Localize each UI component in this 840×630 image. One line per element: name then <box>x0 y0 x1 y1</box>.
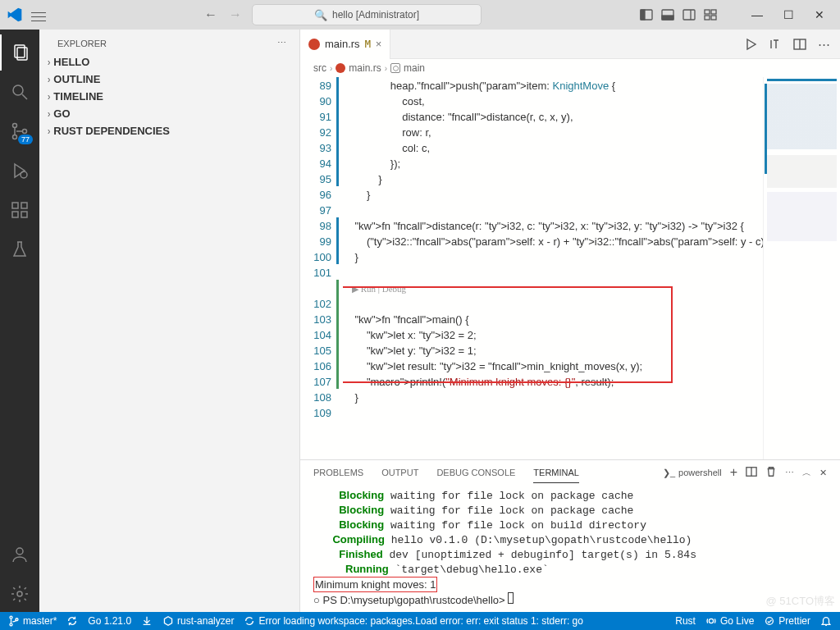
breadcrumbs[interactable]: src › main.rs › ⬡ main <box>300 59 840 77</box>
status-rust-analyzer[interactable]: rust-analyzer <box>162 615 234 627</box>
panel-tab-problems[interactable]: PROBLEMS <box>313 463 363 482</box>
sidebar-section-timeline[interactable]: ›TIMELINE <box>39 88 299 105</box>
breadcrumb-symbol[interactable]: main <box>404 62 425 74</box>
svg-point-23 <box>16 548 23 555</box>
tab-main-rs[interactable]: main.rs M × <box>300 30 390 59</box>
layout-panel-left-icon[interactable] <box>640 8 653 21</box>
title-bar: ← → 🔍 hello [Administrator] — ☐ ✕ <box>0 0 840 30</box>
svg-point-18 <box>21 171 27 178</box>
explorer-sidebar: EXPLORER ⋯ ›HELLO ›OUTLINE ›TIMELINE ›GO… <box>39 30 300 612</box>
code-editor[interactable]: heap."fncall">push("param">item: KnightM… <box>343 77 763 459</box>
svg-rect-21 <box>12 212 18 217</box>
run-button-icon[interactable] <box>744 38 757 51</box>
svg-rect-3 <box>662 16 673 20</box>
minimap[interactable] <box>763 77 840 459</box>
terminal-kill-button[interactable] <box>765 466 777 479</box>
highlight-box-main-fn <box>343 286 673 383</box>
source-control-badge: 77 <box>18 135 33 144</box>
svg-rect-22 <box>21 212 27 217</box>
terminal-new-button[interactable]: + <box>730 465 737 480</box>
activity-bar: 77 <box>0 30 39 612</box>
editor-group: main.rs M × ⋯ src › main.rs › ⬡ main 899… <box>300 30 840 612</box>
terminal[interactable]: Blocking waiting for file lock on packag… <box>300 485 840 612</box>
svg-rect-6 <box>705 10 710 14</box>
terminal-profile-selector[interactable]: ❯⁠_powershell <box>663 468 722 478</box>
svg-rect-7 <box>711 10 716 14</box>
activity-settings[interactable] <box>0 576 39 612</box>
svg-rect-1 <box>641 10 645 20</box>
layout-panel-right-icon[interactable] <box>682 8 696 21</box>
sidebar-section-outline[interactable]: ›OUTLINE <box>39 71 299 88</box>
activity-run-debug[interactable] <box>0 153 39 189</box>
status-notifications[interactable] <box>820 615 832 627</box>
layout-panel-bottom-icon[interactable] <box>661 8 674 21</box>
vscode-icon <box>7 7 23 23</box>
svg-line-13 <box>22 94 27 99</box>
debug-run-icon[interactable] <box>769 38 782 51</box>
panel-close-button[interactable]: ✕ <box>819 468 827 478</box>
sidebar-section-hello[interactable]: ›HELLO <box>39 53 299 71</box>
status-language-mode[interactable]: Rust <box>675 615 696 627</box>
svg-rect-20 <box>21 203 27 208</box>
editor-more-icon[interactable]: ⋯ <box>818 37 830 52</box>
tab-bar: main.rs M × ⋯ <box>300 30 840 59</box>
command-center-search[interactable]: 🔍 hello [Administrator] <box>252 4 482 25</box>
window-title: hello [Administrator] <box>332 9 419 21</box>
svg-rect-4 <box>683 10 695 20</box>
panel-tab-output[interactable]: OUTPUT <box>381 463 418 482</box>
panel: PROBLEMS OUTPUT DEBUG CONSOLE TERMINAL ❯… <box>300 459 840 612</box>
status-sync[interactable] <box>66 615 78 627</box>
window-maximize-button[interactable]: ☐ <box>773 0 804 30</box>
sidebar-section-rust-deps[interactable]: ›RUST DEPENDENCIES <box>39 122 299 139</box>
tab-filename: main.rs <box>325 38 360 50</box>
svg-point-30 <box>10 616 12 619</box>
nav-forward-button[interactable]: → <box>229 7 242 22</box>
svg-rect-19 <box>12 203 18 208</box>
tab-modified-indicator: M <box>365 39 371 50</box>
status-error-message[interactable]: Error loading workspace: packages.Load e… <box>244 615 583 627</box>
status-go-version[interactable]: Go 1.21.0 <box>88 615 131 627</box>
breadcrumb-src[interactable]: src <box>313 62 326 74</box>
rust-file-icon <box>308 39 320 50</box>
tab-close-button[interactable]: × <box>376 38 382 50</box>
activity-accounts[interactable] <box>0 536 39 573</box>
svg-rect-8 <box>705 16 710 20</box>
status-go-update[interactable] <box>141 615 153 627</box>
svg-point-33 <box>709 619 713 623</box>
status-bar: master* Go 1.21.0 rust-analyzer Error lo… <box>0 612 840 630</box>
split-editor-icon[interactable] <box>793 38 806 51</box>
explorer-more-icon[interactable]: ⋯ <box>277 38 286 48</box>
menu-button[interactable] <box>31 9 46 21</box>
activity-explorer[interactable] <box>0 34 39 71</box>
nav-back-button[interactable]: ← <box>204 7 217 22</box>
search-icon: 🔍 <box>314 9 327 21</box>
svg-marker-25 <box>747 39 756 49</box>
activity-search[interactable] <box>0 74 39 110</box>
svg-point-12 <box>13 85 23 95</box>
module-icon: ⬡ <box>390 63 400 73</box>
svg-point-24 <box>17 591 22 596</box>
activity-testing[interactable] <box>0 231 39 267</box>
status-go-live[interactable]: Go Live <box>705 615 754 627</box>
svg-point-16 <box>23 130 27 134</box>
scm-decoration-gutter <box>336 77 343 459</box>
panel-maximize-button[interactable]: ︿ <box>802 467 811 479</box>
panel-more-icon[interactable]: ⋯ <box>785 468 794 478</box>
panel-tab-terminal[interactable]: TERMINAL <box>533 463 579 483</box>
status-branch[interactable]: master* <box>8 615 57 627</box>
line-number-gutter: 8990919293949596979899100101 10210310410… <box>300 77 336 459</box>
activity-source-control[interactable]: 77 <box>0 113 39 149</box>
layout-customize-icon[interactable] <box>704 8 717 21</box>
svg-point-15 <box>13 135 17 139</box>
sidebar-section-go[interactable]: ›GO <box>39 105 299 122</box>
svg-point-14 <box>13 124 17 128</box>
activity-extensions[interactable] <box>0 192 39 228</box>
window-minimize-button[interactable]: — <box>742 0 773 30</box>
terminal-split-button[interactable] <box>746 466 757 479</box>
svg-point-31 <box>10 623 12 626</box>
window-close-button[interactable]: ✕ <box>804 0 835 30</box>
status-prettier[interactable]: Prettier <box>764 615 810 627</box>
panel-tab-debug-console[interactable]: DEBUG CONSOLE <box>436 463 515 482</box>
breadcrumb-file[interactable]: main.rs <box>349 62 381 74</box>
explorer-title: EXPLORER <box>57 39 107 48</box>
